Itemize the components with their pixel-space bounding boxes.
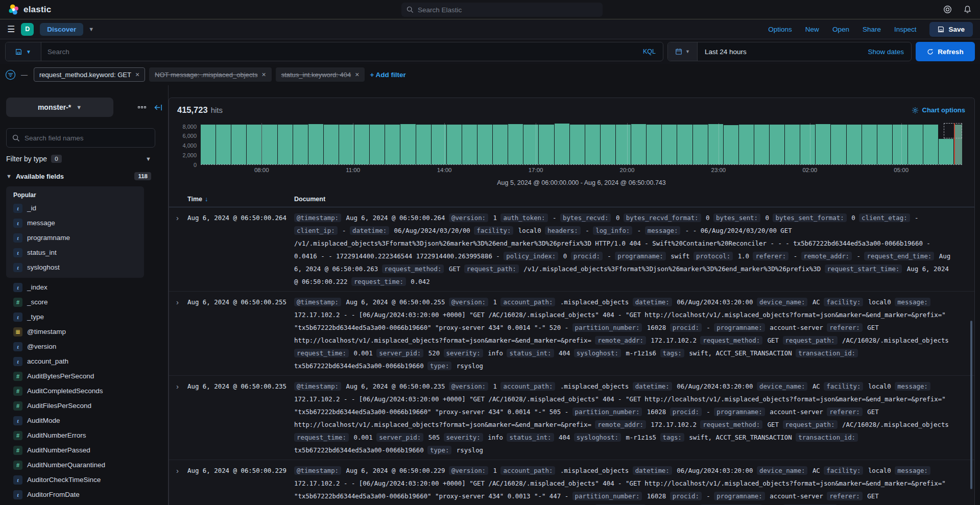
global-search-input[interactable]: Search Elastic <box>401 3 603 17</box>
field-item-AuditNumberQuarantined[interactable]: #AuditNumberQuarantined <box>6 458 168 472</box>
field-item-account_path[interactable]: taccount_path <box>6 354 168 369</box>
histogram-bar <box>354 125 369 164</box>
doc-field-badge: tags: <box>660 349 684 357</box>
filter-pill[interactable]: request_method.keyword: GET× <box>34 67 145 82</box>
expand-row-icon[interactable]: › <box>176 296 184 372</box>
global-header: elastic Search Elastic <box>0 0 980 19</box>
filter-pill[interactable]: NOT message: .misplaced_objects× <box>149 67 272 82</box>
filter-pill[interactable]: status_int.keyword: 404× <box>276 67 365 82</box>
field-item-@version[interactable]: t@version <box>6 339 168 354</box>
doc-field-badge: policy_index: <box>504 252 558 260</box>
field-item-_score[interactable]: #_score <box>6 295 168 309</box>
elastic-logo[interactable]: elastic <box>8 4 51 15</box>
options-button[interactable]: Options <box>768 26 792 33</box>
sort-desc-icon[interactable]: ↓ <box>205 196 208 203</box>
space-avatar[interactable]: D <box>21 23 34 36</box>
data-view-picker[interactable]: monster-* ▼ <box>6 98 113 117</box>
remove-filter-icon[interactable]: × <box>355 70 359 79</box>
field-item-Audit[interactable]: #Audit <box>6 502 168 505</box>
field-item-@timestamp[interactable]: ▦@timestamp <box>6 324 168 339</box>
show-dates-button[interactable]: Show dates <box>868 48 904 56</box>
remove-filter-icon[interactable]: × <box>261 70 266 79</box>
field-item-sysloghost[interactable]: tsysloghost <box>6 260 144 275</box>
doc-field-badge: severity: <box>444 433 483 442</box>
app-nav-bar: ☰ D Discover ▼ Options New Open Share In… <box>0 19 980 39</box>
doc-field-badge: remote_addr: <box>595 420 646 429</box>
sidebar-options-icon[interactable] <box>138 106 146 108</box>
histogram-bar <box>831 125 846 164</box>
share-button[interactable]: Share <box>863 26 881 33</box>
filter-menu-icon[interactable] <box>5 69 16 80</box>
field-item-_id[interactable]: t_id <box>6 201 144 215</box>
available-fields-toggle[interactable]: ▼ Available fields 118 <box>6 172 155 180</box>
histogram-chart[interactable]: 8,000 6,000 4,000 2,000 0 08:0011:0014:0… <box>177 123 962 188</box>
collapse-sidebar-icon[interactable] <box>154 104 163 111</box>
field-item-AuditFilesPerSecond[interactable]: #AuditFilesPerSecond <box>6 398 168 413</box>
new-button[interactable]: New <box>805 26 819 33</box>
chart-options-button[interactable]: Chart options <box>912 106 966 114</box>
doc-field-badge: datetime: <box>633 466 672 475</box>
help-icon[interactable] <box>943 5 952 14</box>
doc-field-badge: device_name: <box>757 466 808 475</box>
save-button[interactable]: Save <box>929 22 973 37</box>
query-input[interactable]: ▼ Search KQL <box>5 42 663 61</box>
field-item-AuditNumberErrors[interactable]: #AuditNumberErrors <box>6 428 168 443</box>
filter-by-type-count: 0 <box>51 155 61 163</box>
saved-query-menu-button[interactable]: ▼ <box>6 42 41 61</box>
menu-hamburger-icon[interactable]: ☰ <box>7 24 15 35</box>
refresh-button[interactable]: Refresh <box>916 42 975 61</box>
field-item-AuditorFromDate[interactable]: tAuditorFromDate <box>6 487 168 502</box>
inspect-button[interactable]: Inspect <box>894 26 917 33</box>
expand-row-icon[interactable]: › <box>176 464 184 505</box>
filter-pill-label: NOT message: .misplaced_objects <box>155 71 257 79</box>
histogram-bar <box>662 125 677 164</box>
doc-field-badge: request_method: <box>700 420 762 429</box>
expand-row-icon[interactable]: › <box>176 211 184 288</box>
doc-field-badge: procid: <box>571 252 603 260</box>
field-item-AuditMode[interactable]: tAuditMode <box>6 413 168 428</box>
doc-field-badge: type: <box>427 362 451 370</box>
table-scrollbar[interactable] <box>970 321 972 489</box>
chevron-down-icon[interactable]: ▼ <box>88 26 94 32</box>
time-range-value[interactable]: Last 24 hours <box>705 48 747 56</box>
histogram-bar <box>908 125 923 164</box>
y-tick: 4,000 <box>182 142 197 149</box>
table-row: ›Aug 6, 2024 @ 06:50:00.229@timestamp: A… <box>169 460 974 505</box>
doc-field-badge: tags: <box>660 433 684 442</box>
field-item-AuditorCheckTimeSince[interactable]: tAuditorCheckTimeSince <box>6 472 168 487</box>
histogram-bar <box>231 125 246 164</box>
doc-field-badge: request_path: <box>464 264 519 273</box>
query-language-button[interactable]: KQL <box>636 48 663 55</box>
doc-field-badge: device_name: <box>757 382 808 391</box>
field-item-AuditCompletedSeconds[interactable]: #AuditCompletedSeconds <box>6 383 168 398</box>
column-header-document: Document <box>294 196 325 203</box>
date-picker-button[interactable]: ▼ <box>668 42 698 61</box>
field-label: _score <box>27 298 48 306</box>
add-filter-button[interactable]: + Add filter <box>370 71 405 79</box>
column-header-time[interactable]: Time ↓ <box>187 196 294 203</box>
text-field-icon: t <box>13 342 22 351</box>
filter-by-type-button[interactable]: Filter by type 0 ▼ <box>6 155 155 163</box>
notifications-icon[interactable] <box>963 5 972 14</box>
expand-row-icon[interactable]: › <box>176 380 184 456</box>
field-item-AuditBytesPerSecond[interactable]: #AuditBytesPerSecond <box>6 369 168 383</box>
y-tick: 6,000 <box>182 133 197 139</box>
histogram-bar <box>724 125 738 164</box>
field-item-_index[interactable]: t_index <box>6 280 168 295</box>
field-item-_type[interactable]: t_type <box>6 309 168 324</box>
doc-field-badge: bytes_sent_format: <box>773 213 846 222</box>
chart-plot-area[interactable] <box>201 123 962 165</box>
histogram-bar <box>262 125 277 164</box>
doc-field-badge: @version: <box>449 466 488 475</box>
field-item-AuditNumberPassed[interactable]: #AuditNumberPassed <box>6 443 168 458</box>
remove-filter-icon[interactable]: × <box>135 70 139 79</box>
field-label: AuditNumberErrors <box>27 431 86 439</box>
field-search-input[interactable]: Search field names <box>6 128 155 148</box>
field-item-message[interactable]: tmessage <box>6 215 144 230</box>
open-button[interactable]: Open <box>832 26 849 33</box>
breadcrumb-discover[interactable]: Discover <box>40 23 83 36</box>
field-item-status_int[interactable]: tstatus_int <box>6 245 144 260</box>
doc-field-badge: facility: <box>474 226 513 235</box>
field-label: AuditFilesPerSecond <box>27 402 91 410</box>
field-item-programname[interactable]: tprogramname <box>6 230 144 245</box>
